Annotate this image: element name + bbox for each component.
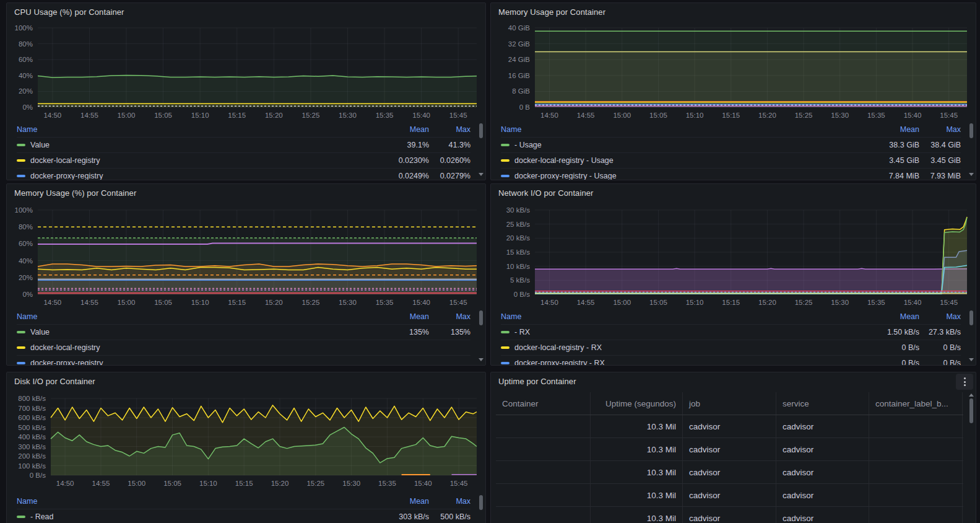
scrollbar-thumb[interactable]: [969, 310, 973, 325]
column-header[interactable]: Container: [496, 392, 591, 415]
legend-header-mean[interactable]: Mean: [845, 312, 919, 321]
scrollbar-thumb[interactable]: [479, 310, 483, 325]
legend-header-name[interactable]: Name: [501, 312, 845, 321]
column-header[interactable]: service: [776, 392, 869, 415]
legend-header-name[interactable]: Name: [17, 497, 355, 506]
legend-header-name[interactable]: Name: [17, 125, 355, 134]
legend: NameMeanMaxValue135%135%docker-local-reg…: [17, 309, 470, 366]
scrollbar-thumb[interactable]: [969, 123, 973, 138]
legend-row[interactable]: Value39.1%41.3%: [17, 137, 470, 152]
legend-header-name[interactable]: Name: [501, 125, 845, 134]
legend-series-name: - Read: [17, 512, 355, 521]
legend-row[interactable]: - RX1.50 kB/s27.3 kB/s: [501, 324, 961, 340]
legend-header-name-label[interactable]: Name: [501, 125, 521, 134]
legend-header-max[interactable]: Max: [429, 497, 470, 506]
panel-cpu-usage: CPU Usage (%) por Container 14:5014:5515…: [6, 2, 486, 180]
scroll-down-icon[interactable]: [479, 173, 483, 176]
series-color-swatch: [17, 144, 25, 146]
legend-header-mean[interactable]: Mean: [355, 312, 429, 321]
legend-row[interactable]: docker-proxy-registry - RX0 B/s0 B/s: [501, 355, 961, 366]
legend-header-mean[interactable]: Mean: [355, 497, 429, 506]
cpu-usage-chart[interactable]: 14:5014:5515:0015:0515:1015:1515:2015:25…: [8, 22, 483, 122]
panel-title[interactable]: CPU Usage (%) por Container: [14, 7, 124, 17]
legend-row[interactable]: - Read303 kB/s500 kB/s: [17, 509, 470, 523]
legend-header-max[interactable]: Max: [919, 125, 961, 134]
panel-title[interactable]: Memory Usage (%) por Container: [14, 188, 136, 198]
legend-row[interactable]: docker-local-registry0.0230%0.0260%: [17, 152, 470, 168]
svg-text:15:10: 15:10: [191, 299, 209, 306]
scrollbar-thumb[interactable]: [969, 398, 973, 423]
network-io-chart[interactable]: 14:5014:5515:0015:0515:1015:1515:2015:25…: [492, 203, 973, 309]
scroll-down-icon[interactable]: [479, 358, 483, 361]
legend-header-max[interactable]: Max: [919, 312, 961, 321]
column-header[interactable]: container_label_b...: [869, 392, 963, 415]
legend-header-name[interactable]: Name: [17, 312, 355, 321]
legend-scrollbar[interactable]: [479, 310, 483, 361]
legend-header-name-label[interactable]: Name: [17, 125, 37, 134]
svg-text:14:55: 14:55: [92, 480, 110, 487]
svg-text:14:55: 14:55: [577, 112, 595, 119]
table-row: 10.3 Milcadvisorcadvisor: [496, 507, 963, 523]
panel-title[interactable]: Uptime por Container: [498, 377, 576, 386]
legend-row[interactable]: docker-proxy-registry - Usage7.84 MiB7.9…: [501, 168, 961, 180]
legend-row[interactable]: docker-proxy-registry0.0249%0.0279%: [17, 168, 470, 180]
table-cell: cadvisor: [776, 507, 869, 523]
table-cell: 10.3 Mil: [591, 415, 683, 437]
memory-usage-chart[interactable]: 14:5014:5515:0015:0515:1015:1515:2015:25…: [492, 22, 973, 122]
legend-series-name: docker-proxy-registry: [17, 172, 355, 180]
svg-text:200 kB/s: 200 kB/s: [18, 452, 46, 460]
legend-row[interactable]: Value135%135%: [17, 324, 470, 340]
legend-series-label: Value: [30, 328, 50, 336]
svg-text:100%: 100%: [15, 24, 33, 32]
panel-title[interactable]: Network I/O por Container: [498, 188, 594, 198]
disk-io-chart[interactable]: 14:5014:5515:0015:0515:1015:1515:2015:25…: [8, 391, 483, 490]
legend-row[interactable]: docker-local-registry - Usage3.45 GiB3.4…: [501, 152, 961, 168]
legend-scrollbar[interactable]: [479, 123, 483, 176]
scroll-up-icon[interactable]: [969, 393, 974, 397]
legend-mean-value: 38.3 GiB: [845, 141, 919, 149]
legend-mean-value: 0 B/s: [845, 343, 919, 352]
svg-text:20 kB/s: 20 kB/s: [506, 234, 531, 242]
panel-title[interactable]: Disk I/O por Container: [14, 377, 95, 386]
legend-header-mean[interactable]: Mean: [355, 125, 429, 134]
legend-row[interactable]: docker-proxy-registry: [17, 355, 470, 366]
scroll-down-icon[interactable]: [969, 358, 974, 361]
legend-header: NameMeanMax: [17, 122, 470, 137]
legend-scrollbar[interactable]: [969, 123, 974, 176]
legend-row[interactable]: - Usage38.3 GiB38.4 GiB: [501, 137, 961, 152]
legend-row[interactable]: docker-local-registry - RX0 B/s0 B/s: [501, 340, 961, 355]
svg-text:700 kB/s: 700 kB/s: [18, 405, 46, 412]
legend-header-max[interactable]: Max: [429, 125, 470, 134]
panel-menu-icon[interactable]: [956, 374, 973, 390]
legend-series-name: - RX: [501, 328, 845, 336]
legend-max-value: 7.93 MiB: [919, 172, 961, 180]
legend-scrollbar[interactable]: [969, 310, 974, 361]
memory-usage-pct-chart[interactable]: 14:5014:5515:0015:0515:1015:1515:2015:25…: [8, 203, 483, 309]
legend-header-name-label[interactable]: Name: [501, 312, 521, 321]
svg-text:15:00: 15:00: [613, 112, 631, 119]
column-header[interactable]: Uptime (segundos): [591, 392, 683, 415]
scrollbar-thumb[interactable]: [479, 123, 483, 138]
svg-text:15:30: 15:30: [831, 112, 849, 119]
legend-header: NameMeanMax: [17, 494, 470, 509]
svg-text:100%: 100%: [15, 206, 33, 214]
legend-row[interactable]: docker-local-registry: [17, 340, 470, 355]
legend-header-mean[interactable]: Mean: [845, 125, 919, 134]
column-header[interactable]: job: [683, 392, 776, 415]
table-scrollbar[interactable]: [969, 393, 974, 523]
legend-header-name-label[interactable]: Name: [17, 312, 37, 321]
svg-text:15:20: 15:20: [271, 480, 289, 487]
scroll-down-icon[interactable]: [969, 173, 974, 176]
svg-text:15:00: 15:00: [118, 112, 136, 119]
svg-text:14:55: 14:55: [80, 299, 98, 306]
panel-memory-usage-pct: Memory Usage (%) por Container 14:5014:5…: [6, 183, 486, 366]
table-cell: 10.3 Mil: [591, 438, 683, 460]
scrollbar-thumb[interactable]: [479, 495, 483, 510]
legend-header-max[interactable]: Max: [429, 312, 470, 321]
panel-header: CPU Usage (%) por Container: [7, 3, 485, 20]
legend-scrollbar[interactable]: [479, 495, 483, 523]
legend-series-label: Value: [30, 141, 50, 149]
panel-title[interactable]: Memory Usage por Container: [498, 7, 605, 17]
legend-header-name-label[interactable]: Name: [17, 497, 37, 506]
svg-text:0 B/s: 0 B/s: [514, 291, 530, 298]
